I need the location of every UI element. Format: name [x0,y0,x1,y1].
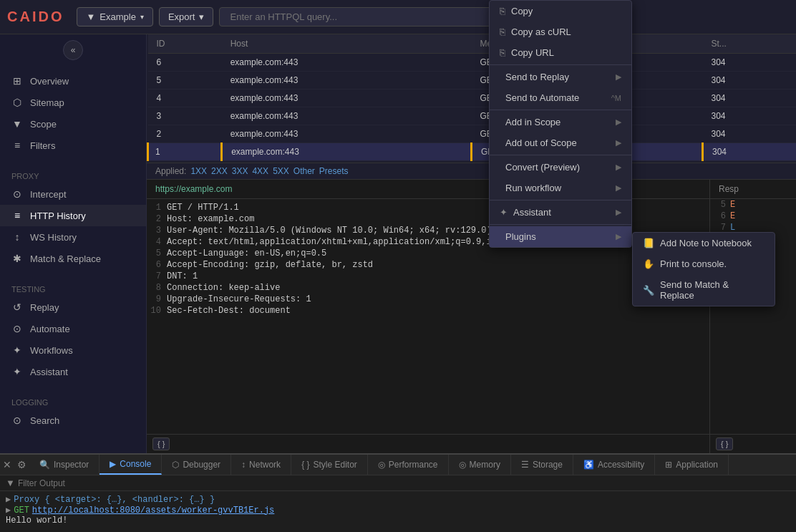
response-json-button[interactable]: { } [716,437,733,450]
sidebar-item-workflows[interactable]: ✦ Workflows [0,339,146,361]
collapse-button[interactable]: « [63,40,83,60]
arrow-icon: ▶ [616,183,621,193]
sidebar-item-match-replace[interactable]: ✱ Match & Replace [0,248,146,269]
cell-id: 6 [148,54,222,72]
ctx-copy[interactable]: ⎘ Copy [490,1,631,21]
sidebar-label-assistant: Assistant [30,367,68,377]
sidebar-label-ws-history: WS History [30,232,77,243]
sidebar-item-assistant[interactable]: ✦ Assistant [0,361,146,382]
chevron-down-icon: ▾ [199,11,204,22]
filter-3xx[interactable]: 3XX [232,166,248,176]
inspector-icon: 🔍 [39,460,50,470]
sidebar-item-scope[interactable]: ▼ Scope [0,113,146,135]
ctx-out-scope-label: Add out of Scope [505,137,577,148]
filter-1xx[interactable]: 1XX [190,166,207,176]
table-row[interactable]: 6 example.com:443 GET / 304 [148,54,797,72]
ctx-run-workflow[interactable]: Run workflow ▶ [490,178,631,198]
tab-inspector-label: Inspector [54,460,89,470]
chevron-down-icon: ▾ [140,13,144,21]
tab-accessibility[interactable]: ♿ Accessibility [573,455,655,475]
line-number: 5 [147,248,167,258]
sidebar-item-search[interactable]: ⊙ Search [0,410,146,431]
tab-style-editor[interactable]: { } Style Editor [291,455,368,475]
sidebar-label-sitemap: Sitemap [30,97,64,108]
line-content: Upgrade-Insecure-Requests: 1 [167,294,311,304]
add-note-icon: 📒 [643,238,654,248]
submenu-add-note[interactable]: 📒 Add Note to Notebook [633,233,775,253]
sidebar-item-filters[interactable]: ≡ Filters [0,135,146,156]
sidebar-item-ws-history[interactable]: ↕ WS History [0,226,146,248]
devtools-close-button[interactable]: ✕ [0,455,14,475]
sidebar-item-replay[interactable]: ↺ Replay [0,296,146,318]
tab-application-label: Application [676,460,718,470]
response-panel-header: Resp [710,180,796,199]
filter-2xx[interactable]: 2XX [211,166,228,176]
ctx-add-scope[interactable]: Add in Scope ▶ [490,112,631,132]
sidebar-section-proxy-header: Proxy [0,165,146,183]
ctx-send-replay[interactable]: Send to Replay ▶ [490,67,631,87]
filter-other[interactable]: Other [293,166,315,176]
tab-inspector[interactable]: 🔍 Inspector [29,455,100,475]
code-line: 6Accept-Encoding: gzip, deflate, br, zst… [147,259,709,271]
tab-storage[interactable]: ☰ Storage [511,455,573,475]
cell-host: example.com:443 [222,90,472,107]
ctx-plugins-label: Plugins [505,231,536,242]
overview-icon: ⊞ [11,75,23,87]
workflows-icon: ✦ [11,344,23,356]
table-row[interactable]: 4 example.com:443 GET / 304 [148,90,797,107]
sidebar-section-logging: Logging ⊙ Search [0,387,146,435]
sidebar-item-http-history[interactable]: ≡ HTTP History [0,205,146,226]
line-content: GET / HTTP/1.1 [167,203,239,213]
line-number: 7 [147,271,167,281]
sidebar-item-intercept[interactable]: ⊙ Intercept [0,183,146,205]
line-number: 2 [147,214,167,224]
ctx-copy-url[interactable]: ⎘ Copy URL [490,42,631,63]
filter-4xx[interactable]: 4XX [252,166,268,176]
separator-5 [490,224,631,225]
ctx-send-automate[interactable]: Send to Automate ^M [490,87,631,108]
sidebar-item-overview[interactable]: ⊞ Overview [0,70,146,92]
export-button[interactable]: Export ▾ [159,7,214,26]
sidebar-label-scope: Scope [30,119,57,130]
ctx-out-scope[interactable]: Add out of Scope ▶ [490,132,631,153]
ctx-copy-curl[interactable]: ⎘ Copy as cURL [490,21,631,42]
sidebar-section-logging-header: Logging [0,391,146,410]
devtools-menu-button[interactable]: ⚙ [14,455,29,475]
tab-accessibility-label: Accessibility [598,460,644,470]
sidebar-section-main: ⊞ Overview ⬡ Sitemap ▼ Scope ≡ Filters [0,66,146,160]
sidebar-item-sitemap[interactable]: ⬡ Sitemap [0,92,146,113]
separator-1 [490,64,631,65]
submenu-print-console[interactable]: ✋ Print to console. [633,253,775,274]
get-url-link[interactable]: http://localhost:8080/assets/worker-gvvT… [32,506,274,516]
filter-presets[interactable]: Presets [319,166,349,176]
filter-5xx[interactable]: 5XX [273,166,289,176]
tab-debugger[interactable]: ⬡ Debugger [162,455,231,475]
ctx-convert[interactable]: Convert (Preview) ▶ [490,157,631,178]
arrow-icon: ▶ [616,72,621,82]
tab-console[interactable]: ▶ Console [100,455,162,475]
tab-application[interactable]: ⊞ Application [655,455,729,475]
ctx-plugins[interactable]: Plugins ▶ [490,226,631,247]
tab-memory[interactable]: ◎ Memory [449,455,511,475]
table-row[interactable]: 1 example.com:443 GET / 304 [148,143,797,161]
separator-2 [490,110,631,110]
filter-applied-label: Applied: [155,166,186,176]
devtools-filter-input[interactable] [18,478,125,488]
col-host[interactable]: Host [222,34,472,54]
tab-performance[interactable]: ◎ Performance [368,455,449,475]
context-menu: ⎘ Copy ⎘ Copy as cURL ⎘ Copy URL Send to… [489,0,632,248]
ctx-assistant[interactable]: ✦ Assistant ▶ [490,202,631,223]
tab-network[interactable]: ↕ Network [231,455,291,475]
col-id[interactable]: ID [148,34,222,54]
json-button[interactable]: { } [152,437,170,450]
table-row[interactable]: 3 example.com:443 GET / 304 [148,107,797,125]
sidebar-item-automate[interactable]: ⊙ Automate [0,318,146,339]
table-row[interactable]: 2 example.com:443 GET / 304 [148,125,797,143]
search-input[interactable] [219,7,505,26]
copy-icon: ⎘ [500,6,505,16]
filter-button[interactable]: ▼ Example ▾ [77,7,152,26]
submenu-send-match[interactable]: 🔧 Send to Match & Replace [633,274,775,306]
table-row[interactable]: 5 example.com:443 GET / 304 [148,72,797,90]
col-status[interactable]: St... [702,34,796,54]
automate-icon: ⊙ [11,323,23,334]
